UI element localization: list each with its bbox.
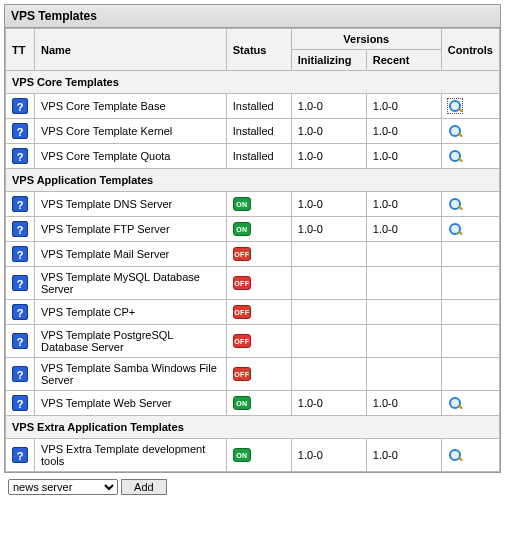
col-name: Name	[35, 29, 227, 71]
table-row: VPS Template Web ServerON1.0-01.0-0	[6, 391, 500, 416]
version-initializing: 1.0-0	[291, 94, 366, 119]
view-details-icon[interactable]	[448, 99, 462, 113]
table-row: VPS Template Samba Windows File ServerOF…	[6, 358, 500, 391]
template-name: VPS Template CP+	[35, 300, 227, 325]
version-initializing	[291, 325, 366, 358]
template-type-icon[interactable]	[12, 246, 28, 262]
template-type-icon[interactable]	[12, 333, 28, 349]
controls-cell	[441, 391, 499, 416]
status-on-icon[interactable]: ON	[233, 448, 251, 462]
template-status: ON	[226, 391, 291, 416]
controls-cell	[441, 192, 499, 217]
version-recent	[366, 300, 441, 325]
controls-cell	[441, 217, 499, 242]
template-name: VPS Core Template Kernel	[35, 119, 227, 144]
template-type-icon[interactable]	[12, 447, 28, 463]
view-details-icon[interactable]	[448, 396, 462, 410]
status-off-icon[interactable]: OFF	[233, 305, 251, 319]
version-recent: 1.0-0	[366, 94, 441, 119]
controls-cell	[441, 119, 499, 144]
template-type-icon[interactable]	[12, 221, 28, 237]
view-details-icon[interactable]	[448, 197, 462, 211]
template-name: VPS Template FTP Server	[35, 217, 227, 242]
status-off-icon[interactable]: OFF	[233, 367, 251, 381]
version-initializing: 1.0-0	[291, 391, 366, 416]
controls-cell	[441, 358, 499, 391]
status-on-icon[interactable]: ON	[233, 222, 251, 236]
table-row: VPS Template DNS ServerON1.0-01.0-0	[6, 192, 500, 217]
col-initializing: Initializing	[291, 50, 366, 71]
template-type-icon[interactable]	[12, 395, 28, 411]
template-type-icon[interactable]	[12, 148, 28, 164]
template-status: OFF	[226, 300, 291, 325]
version-initializing: 1.0-0	[291, 144, 366, 169]
status-on-icon[interactable]: ON	[233, 197, 251, 211]
panel-title: VPS Templates	[5, 5, 500, 28]
version-recent	[366, 242, 441, 267]
template-type-icon[interactable]	[12, 123, 28, 139]
status-on-icon[interactable]: ON	[233, 396, 251, 410]
section-header: VPS Core Templates	[6, 71, 500, 94]
version-initializing	[291, 358, 366, 391]
version-recent	[366, 267, 441, 300]
template-status: ON	[226, 439, 291, 472]
table-row: VPS Template MySQL Database ServerOFF	[6, 267, 500, 300]
template-status: ON	[226, 217, 291, 242]
template-status: Installed	[226, 144, 291, 169]
template-name: VPS Template MySQL Database Server	[35, 267, 227, 300]
vps-templates-panel: VPS Templates TT Name Status Versions Co…	[4, 4, 501, 473]
template-status: Installed	[226, 119, 291, 144]
version-initializing	[291, 242, 366, 267]
version-initializing	[291, 267, 366, 300]
table-row: VPS Template PostgreSQL Database ServerO…	[6, 325, 500, 358]
version-initializing: 1.0-0	[291, 119, 366, 144]
template-type-icon[interactable]	[12, 98, 28, 114]
template-name: VPS Template DNS Server	[35, 192, 227, 217]
template-select[interactable]: news server	[8, 479, 118, 495]
template-type-icon[interactable]	[12, 304, 28, 320]
template-status: OFF	[226, 358, 291, 391]
controls-cell	[441, 439, 499, 472]
version-recent: 1.0-0	[366, 119, 441, 144]
col-recent: Recent	[366, 50, 441, 71]
status-off-icon[interactable]: OFF	[233, 276, 251, 290]
template-name: VPS Template Samba Windows File Server	[35, 358, 227, 391]
section-header: VPS Application Templates	[6, 169, 500, 192]
version-initializing: 1.0-0	[291, 192, 366, 217]
controls-cell	[441, 300, 499, 325]
status-off-icon[interactable]: OFF	[233, 247, 251, 261]
template-status: ON	[226, 192, 291, 217]
table-row: VPS Extra Template development toolsON1.…	[6, 439, 500, 472]
template-type-icon[interactable]	[12, 196, 28, 212]
template-name: VPS Extra Template development tools	[35, 439, 227, 472]
view-details-icon[interactable]	[448, 149, 462, 163]
version-recent: 1.0-0	[366, 144, 441, 169]
version-initializing: 1.0-0	[291, 217, 366, 242]
template-type-icon[interactable]	[12, 275, 28, 291]
version-recent	[366, 358, 441, 391]
view-details-icon[interactable]	[448, 222, 462, 236]
col-tt: TT	[6, 29, 35, 71]
add-button[interactable]: Add	[121, 479, 167, 495]
view-details-icon[interactable]	[448, 448, 462, 462]
template-type-icon[interactable]	[12, 366, 28, 382]
version-recent: 1.0-0	[366, 192, 441, 217]
section-title: VPS Application Templates	[6, 169, 500, 192]
section-title: VPS Extra Application Templates	[6, 416, 500, 439]
controls-cell	[441, 267, 499, 300]
col-status: Status	[226, 29, 291, 71]
table-row: VPS Core Template KernelInstalled1.0-01.…	[6, 119, 500, 144]
version-recent	[366, 325, 441, 358]
version-recent: 1.0-0	[366, 217, 441, 242]
controls-cell	[441, 325, 499, 358]
status-off-icon[interactable]: OFF	[233, 334, 251, 348]
version-initializing	[291, 300, 366, 325]
template-name: VPS Template Web Server	[35, 391, 227, 416]
col-versions: Versions	[291, 29, 441, 50]
view-details-icon[interactable]	[448, 124, 462, 138]
table-row: VPS Template Mail ServerOFF	[6, 242, 500, 267]
template-status: Installed	[226, 94, 291, 119]
version-initializing: 1.0-0	[291, 439, 366, 472]
template-name: VPS Core Template Base	[35, 94, 227, 119]
col-controls: Controls	[441, 29, 499, 71]
